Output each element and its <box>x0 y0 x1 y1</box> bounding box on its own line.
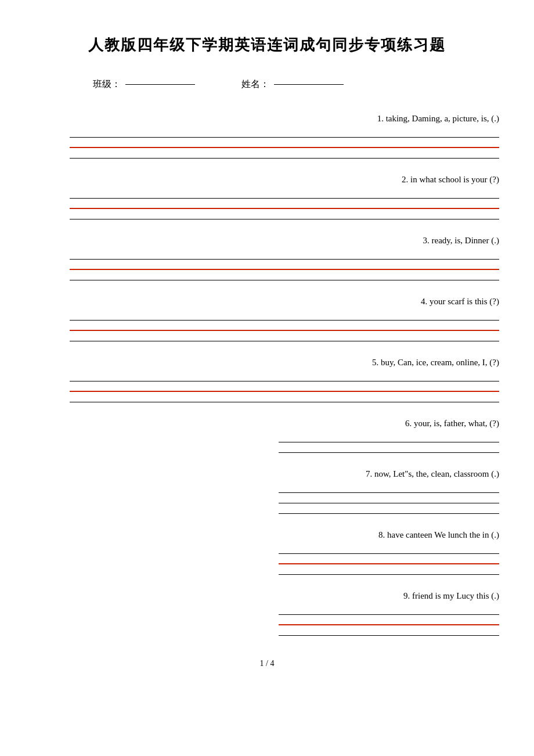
question-text-8: 8. have canteen We lunch the in (.) <box>70 530 499 540</box>
answer-line-2-2 <box>70 199 499 209</box>
answer-lines-5 <box>70 371 499 402</box>
answer-line-9-3 <box>279 625 499 636</box>
question-9: 9. friend is my Lucy this (.) <box>70 591 499 636</box>
question-text-9: 9. friend is my Lucy this (.) <box>70 591 499 601</box>
question-2: 2. in what school is your (?) <box>70 175 499 219</box>
answer-line-8-2 <box>279 554 499 564</box>
answer-line-4-1 <box>70 310 499 321</box>
answer-line-7-1 <box>279 483 499 493</box>
question-6: 6. your, is, father, what, (?) <box>70 419 499 453</box>
answer-line-7-2 <box>279 493 499 503</box>
student-info: 班级： 姓名： <box>93 78 499 91</box>
answer-line-6-1 <box>279 432 499 442</box>
question-8: 8. have canteen We lunch the in (.) <box>70 530 499 575</box>
answer-line-1-2 <box>70 138 499 148</box>
answer-lines-8 <box>279 543 499 575</box>
answer-line-9-1 <box>279 604 499 615</box>
question-text-2: 2. in what school is your (?) <box>70 175 499 185</box>
question-3: 3. ready, is, Dinner (.) <box>70 236 499 280</box>
answer-line-2-3 <box>70 209 499 219</box>
questions-area: 1. taking, Daming, a, picture, is, (.)2.… <box>70 114 499 636</box>
question-text-7: 7. now, Let"s, the, clean, classroom (.) <box>70 469 499 479</box>
name-field: 姓名： <box>241 78 344 91</box>
class-label: 班级： <box>93 78 121 91</box>
name-underline <box>274 84 344 85</box>
answer-line-7-3 <box>279 503 499 514</box>
answer-line-5-1 <box>70 371 499 381</box>
answer-line-4-3 <box>70 331 499 341</box>
question-5: 5. buy, Can, ice, cream, online, I, (?) <box>70 358 499 402</box>
page-title: 人教版四年级下学期英语连词成句同步专项练习题 <box>35 35 499 55</box>
question-text-1: 1. taking, Daming, a, picture, is, (.) <box>70 114 499 124</box>
question-1: 1. taking, Daming, a, picture, is, (.) <box>70 114 499 159</box>
answer-line-6-2 <box>279 442 499 453</box>
answer-line-3-3 <box>70 270 499 280</box>
class-field: 班级： <box>93 78 195 91</box>
answer-lines-1 <box>70 127 499 159</box>
answer-line-2-1 <box>70 188 499 199</box>
answer-lines-9 <box>279 604 499 636</box>
answer-line-3-2 <box>70 260 499 270</box>
answer-line-8-3 <box>279 564 499 575</box>
question-4: 4. your scarf is this (?) <box>70 297 499 341</box>
question-text-5: 5. buy, Can, ice, cream, online, I, (?) <box>70 358 499 368</box>
answer-line-8-1 <box>279 543 499 554</box>
answer-lines-7 <box>279 483 499 514</box>
name-label: 姓名： <box>241 78 269 91</box>
answer-lines-4 <box>70 310 499 341</box>
answer-line-4-2 <box>70 321 499 331</box>
answer-line-5-2 <box>70 381 499 392</box>
answer-lines-2 <box>70 188 499 219</box>
page-number: 1 / 4 <box>35 659 499 668</box>
answer-lines-6 <box>279 432 499 453</box>
answer-line-9-2 <box>279 615 499 625</box>
class-underline <box>125 84 195 85</box>
question-7: 7. now, Let"s, the, clean, classroom (.) <box>70 469 499 514</box>
answer-lines-3 <box>70 249 499 280</box>
question-text-3: 3. ready, is, Dinner (.) <box>70 236 499 246</box>
question-text-6: 6. your, is, father, what, (?) <box>70 419 499 429</box>
answer-line-5-3 <box>70 392 499 402</box>
question-text-4: 4. your scarf is this (?) <box>70 297 499 307</box>
answer-line-1-1 <box>70 127 499 138</box>
answer-line-3-1 <box>70 249 499 260</box>
answer-line-1-3 <box>70 148 499 159</box>
